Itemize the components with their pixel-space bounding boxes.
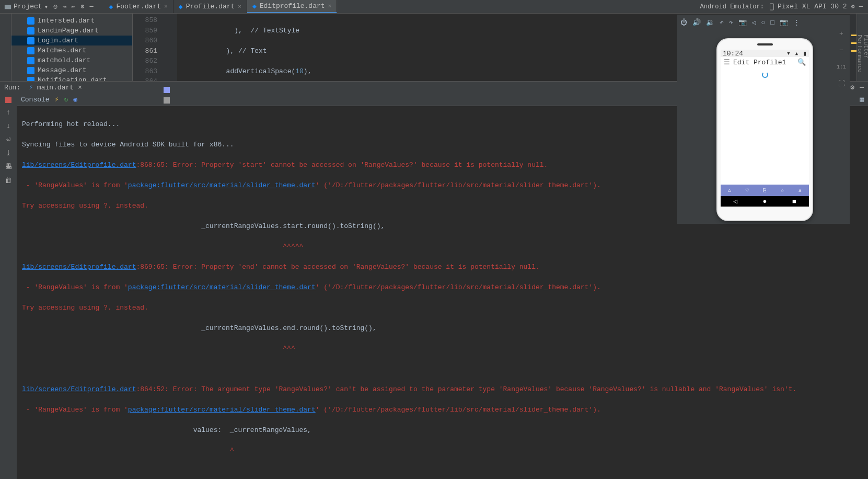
app-bottom-nav: ⌂ ♡ ⎘ ☆ ♙ [721, 185, 809, 196]
console-left-toolbar: ↑ ↓ ⏎ ⤓ 🖶 🗑 [0, 94, 17, 480]
run-hide-icon[interactable]: — [860, 84, 864, 92]
home-icon[interactable]: ○ [761, 19, 765, 27]
up-icon[interactable]: ↑ [4, 108, 13, 117]
phone-status-bar: 10:24▾ ▴ ▮ [721, 50, 809, 57]
rotate-right-icon[interactable]: ↷ [729, 18, 733, 27]
collapse-icon[interactable]: ⇤ [72, 3, 75, 10]
run-label: Run: [4, 84, 20, 92]
emulator-zoom-controls: + − 1:1 ⛶ [835, 28, 848, 89]
console-tab[interactable]: Console [21, 96, 50, 104]
search-icon[interactable]: 🔍 [797, 58, 806, 66]
svg-rect-0 [5, 5, 11, 9]
zoom-fit-button[interactable]: ⛶ [836, 78, 847, 89]
rotate-left-icon[interactable]: ↶ [720, 18, 724, 27]
zoom-out-button[interactable]: − [836, 45, 847, 55]
settings-icon[interactable]: ⚙ [80, 3, 84, 10]
dart-file-icon [27, 47, 34, 54]
scroll-icon[interactable]: ⤓ [4, 149, 13, 157]
editor-tab[interactable]: ◆Footer.dart× [104, 0, 173, 13]
editor-tab[interactable]: ◆Profile.dart× [173, 0, 247, 13]
devtools-icon[interactable]: ◉ [73, 95, 77, 104]
sys-back-icon[interactable]: ◁ [733, 197, 737, 206]
hide-icon[interactable]: — [89, 3, 93, 10]
minimize-icon[interactable]: — [859, 3, 863, 10]
tree-file-item[interactable]: Message.dart [11, 65, 132, 75]
volume-up-icon[interactable]: 🔊 [692, 18, 701, 27]
editor-tab[interactable]: ◆Editprofile.dart× [247, 0, 337, 13]
tree-file-item[interactable]: Matches.dart [11, 45, 132, 55]
volume-down-icon[interactable]: 🔉 [706, 18, 714, 27]
nav-home-icon[interactable]: ⌂ [728, 188, 731, 193]
hot-reload-icon[interactable]: ⚡ [55, 95, 59, 104]
nav-heart-icon[interactable]: ♡ [746, 187, 749, 193]
error-stripe[interactable] [850, 14, 857, 81]
screenshot-icon[interactable]: 📷 [738, 18, 747, 27]
right-tool-rail: Flutter Performance Flutter Inspector No… [857, 14, 868, 81]
project-tree[interactable]: Intersted.dartLandinPage.dartLogin.dartM… [11, 14, 133, 81]
phone-icon [768, 3, 776, 10]
nav-inbox-icon[interactable]: ⎘ [763, 188, 766, 193]
tree-file-item[interactable]: Login.dart [11, 36, 132, 45]
wrap-icon[interactable]: ⏎ [4, 135, 13, 144]
phone-frame: 10:24▾ ▴ ▮ ☰ Edit Profile1 🔍 ⌂ ♡ ⎘ ☆ ♙ ◁… [716, 38, 813, 221]
print-icon[interactable]: 🖶 [4, 163, 13, 171]
color-swatch-blue [164, 87, 170, 93]
target-icon[interactable]: ◎ [53, 3, 57, 10]
more-icon[interactable]: ⋮ [793, 18, 800, 27]
editor-tabs: ◆Footer.dart×◆Profile.dart×◆Editprofile.… [104, 0, 338, 13]
sys-home-icon[interactable]: ● [763, 198, 767, 206]
zoom-in-button[interactable]: + [836, 28, 847, 39]
tree-file-item[interactable]: Notification.dart [11, 75, 132, 81]
emulator-panel: ⏻ 🔊 🔉 ↶ ↷ 📷 ◁ ○ □ 📷 ⋮ 10:24▾ ▴ ▮ ☰ Edit … [677, 15, 850, 224]
nav-star-icon[interactable]: ☆ [781, 187, 784, 193]
stop-button[interactable] [5, 97, 11, 103]
dart-file-icon [27, 37, 34, 44]
svg-rect-1 [770, 3, 773, 9]
dart-file-icon [27, 57, 34, 64]
system-nav: ◁ ● ■ [721, 196, 809, 207]
dart-file-icon [27, 77, 34, 81]
down-icon[interactable]: ↓ [4, 122, 13, 130]
hot-restart-icon[interactable]: ↻ [64, 95, 68, 104]
line-gutter: 8588598608618628638648658668678688698708… [133, 14, 161, 81]
camera-icon[interactable]: 📷 [780, 18, 788, 27]
app-header: ☰ Edit Profile1 🔍 [721, 57, 809, 67]
dart-file-icon [27, 67, 34, 74]
overview-icon[interactable]: □ [770, 19, 774, 27]
run-config-tab[interactable]: ⚡ main.dart × [26, 82, 85, 93]
expand-icon[interactable]: ⇥ [63, 3, 66, 10]
device-target-label: Android Emulator: [700, 3, 764, 10]
power-icon[interactable]: ⏻ [680, 19, 687, 27]
left-tool-rail [0, 14, 11, 81]
dart-file-icon [27, 17, 34, 25]
folder-icon [4, 3, 11, 10]
tree-file-item[interactable]: matchold.dart [11, 55, 132, 65]
zoom-ratio-label: 1:1 [836, 62, 847, 72]
color-swatch-gray [164, 97, 170, 104]
run-settings-icon[interactable]: ⚙ [850, 83, 854, 92]
loading-spinner-icon [762, 72, 768, 78]
flutter-performance-tab[interactable]: Flutter Performance [857, 35, 869, 73]
nav-user-icon[interactable]: ♙ [798, 187, 802, 193]
speaker-icon [757, 43, 773, 45]
toolbar-gear-icon[interactable]: ⚙ [851, 3, 855, 10]
top-toolbar: Project ▾ ◎ ⇥ ⇤ ⚙ — ◆Footer.dart×◆Profil… [0, 0, 868, 14]
tree-file-item[interactable]: Intersted.dart [11, 16, 132, 26]
console-layout-icon[interactable]: ▦ [860, 95, 864, 104]
gutter-markers [161, 14, 177, 81]
back-icon[interactable]: ◁ [752, 18, 756, 27]
tree-file-item[interactable]: LandinPage.dart [11, 26, 132, 36]
device-selector[interactable]: Pixel XL API 30 2 [768, 3, 847, 10]
trash-icon[interactable]: 🗑 [4, 176, 13, 185]
project-dropdown[interactable]: Project ▾ [4, 3, 48, 11]
sys-recent-icon[interactable]: ■ [792, 198, 796, 206]
dart-file-icon [27, 27, 34, 35]
